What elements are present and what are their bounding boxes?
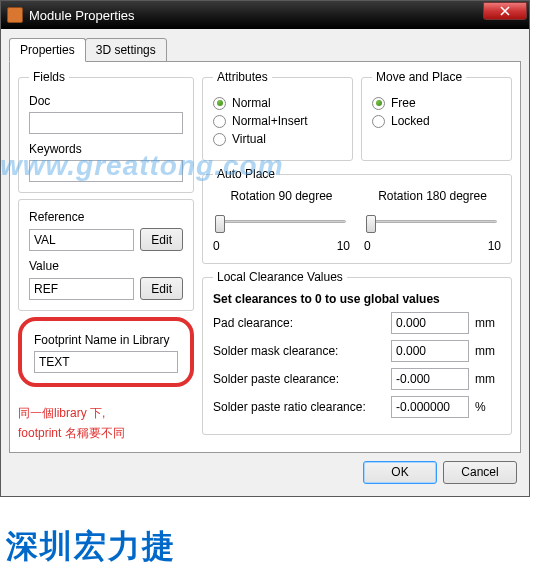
slider-max: 10 bbox=[488, 239, 501, 253]
reference-label: Reference bbox=[29, 210, 183, 224]
lcv-unit: mm bbox=[475, 372, 501, 386]
attributes-legend: Attributes bbox=[213, 70, 272, 84]
radio-label: Locked bbox=[391, 114, 430, 128]
radio-label: Normal bbox=[232, 96, 271, 110]
slider-track-icon bbox=[217, 220, 346, 223]
lcv-unit: mm bbox=[475, 316, 501, 330]
reference-edit-button[interactable]: Edit bbox=[140, 228, 183, 251]
annotation-text: 同一個library 下, footprint 名稱要不同 bbox=[18, 403, 194, 444]
value-input[interactable] bbox=[29, 278, 134, 300]
move-locked[interactable]: Locked bbox=[372, 114, 501, 128]
dialog-buttons: OK Cancel bbox=[9, 453, 521, 488]
rot90-slider[interactable] bbox=[213, 211, 350, 237]
radio-icon bbox=[213, 97, 226, 110]
tab-strip: Properties 3D settings bbox=[9, 38, 521, 62]
lcv-label: Solder mask clearance: bbox=[213, 344, 385, 358]
value-label: Value bbox=[29, 259, 183, 273]
rot90-label: Rotation 90 degree bbox=[213, 189, 350, 203]
slider-thumb-icon bbox=[366, 215, 376, 233]
reference-input[interactable] bbox=[29, 229, 134, 251]
lcv-label: Solder paste ratio clearance: bbox=[213, 400, 385, 414]
radio-icon bbox=[372, 115, 385, 128]
doc-label: Doc bbox=[29, 94, 183, 108]
rot180-slider[interactable] bbox=[364, 211, 501, 237]
lcv-solder-paste-ratio: Solder paste ratio clearance: % bbox=[213, 396, 501, 418]
left-column: Fields Doc Keywords Reference Edit Value bbox=[18, 70, 194, 444]
auto-place-legend: Auto Place bbox=[213, 167, 279, 181]
radio-icon bbox=[213, 115, 226, 128]
close-icon bbox=[500, 6, 510, 16]
solder-paste-ratio-input[interactable] bbox=[391, 396, 469, 418]
attributes-group: Attributes Normal Normal+Insert Virtual bbox=[202, 70, 353, 161]
annotation-line-2: footprint 名稱要不同 bbox=[18, 423, 194, 443]
pad-clearance-input[interactable] bbox=[391, 312, 469, 334]
watermark-brand: 深圳宏力捷 bbox=[6, 525, 176, 569]
move-place-group: Move and Place Free Locked bbox=[361, 70, 512, 161]
footprint-input[interactable] bbox=[34, 351, 178, 373]
lcv-label: Pad clearance: bbox=[213, 316, 385, 330]
keywords-input[interactable] bbox=[29, 160, 183, 182]
value-edit-button[interactable]: Edit bbox=[140, 277, 183, 300]
ok-button[interactable]: OK bbox=[363, 461, 437, 484]
lcv-label: Solder paste clearance: bbox=[213, 372, 385, 386]
lcv-unit: mm bbox=[475, 344, 501, 358]
solder-paste-input[interactable] bbox=[391, 368, 469, 390]
solder-mask-input[interactable] bbox=[391, 340, 469, 362]
annotation-line-1: 同一個library 下, bbox=[18, 403, 194, 423]
tab-body: Fields Doc Keywords Reference Edit Value bbox=[9, 61, 521, 453]
rot180-label: Rotation 180 degree bbox=[364, 189, 501, 203]
lcv-unit: % bbox=[475, 400, 501, 414]
move-place-legend: Move and Place bbox=[372, 70, 466, 84]
lcv-solder-paste: Solder paste clearance: mm bbox=[213, 368, 501, 390]
cancel-button[interactable]: Cancel bbox=[443, 461, 517, 484]
tab-3d-settings[interactable]: 3D settings bbox=[85, 38, 167, 62]
radio-label: Virtual bbox=[232, 132, 266, 146]
radio-label: Normal+Insert bbox=[232, 114, 308, 128]
titlebar[interactable]: Module Properties bbox=[1, 1, 529, 29]
move-free[interactable]: Free bbox=[372, 96, 501, 110]
lcv-solder-mask: Solder mask clearance: mm bbox=[213, 340, 501, 362]
right-column: Attributes Normal Normal+Insert Virtual … bbox=[202, 70, 512, 444]
attr-virtual[interactable]: Virtual bbox=[213, 132, 342, 146]
local-clearance-group: Local Clearance Values Set clearances to… bbox=[202, 270, 512, 435]
slider-min: 0 bbox=[364, 239, 371, 253]
doc-input[interactable] bbox=[29, 112, 183, 134]
attr-normal-insert[interactable]: Normal+Insert bbox=[213, 114, 342, 128]
auto-place-group: Auto Place Rotation 90 degree 010 Rotati… bbox=[202, 167, 512, 264]
app-icon bbox=[7, 7, 23, 23]
slider-thumb-icon bbox=[215, 215, 225, 233]
reference-group: Reference Edit Value Edit bbox=[18, 199, 194, 311]
slider-min: 0 bbox=[213, 239, 220, 253]
footprint-label: Footprint Name in Library bbox=[34, 333, 178, 347]
radio-icon bbox=[372, 97, 385, 110]
radio-label: Free bbox=[391, 96, 416, 110]
radio-icon bbox=[213, 133, 226, 146]
client-area: Properties 3D settings Fields Doc Keywor… bbox=[1, 29, 529, 496]
close-button[interactable] bbox=[483, 2, 527, 20]
lcv-legend: Local Clearance Values bbox=[213, 270, 347, 284]
lcv-hint: Set clearances to 0 to use global values bbox=[213, 292, 501, 306]
footprint-box: Footprint Name in Library bbox=[18, 317, 194, 387]
attr-normal[interactable]: Normal bbox=[213, 96, 342, 110]
fields-group: Fields Doc Keywords bbox=[18, 70, 194, 193]
module-properties-window: Module Properties Properties 3D settings… bbox=[0, 0, 530, 497]
keywords-label: Keywords bbox=[29, 142, 183, 156]
fields-legend: Fields bbox=[29, 70, 69, 84]
lcv-pad-clearance: Pad clearance: mm bbox=[213, 312, 501, 334]
tab-properties[interactable]: Properties bbox=[9, 38, 86, 62]
slider-track-icon bbox=[368, 220, 497, 223]
window-title: Module Properties bbox=[29, 8, 483, 23]
slider-max: 10 bbox=[337, 239, 350, 253]
